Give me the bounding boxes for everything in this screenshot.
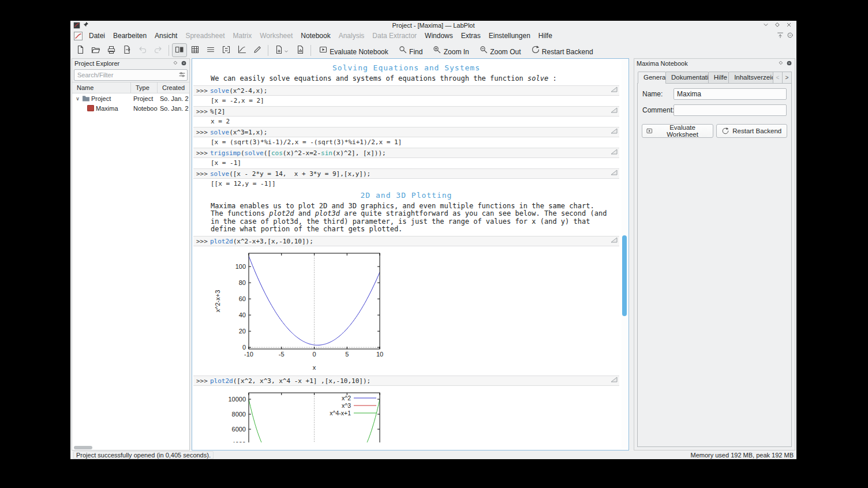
tree-row-maxima[interactable]: MaximaNotebookSo. Jan. 2 18: (72, 103, 189, 113)
new-worksheet-button[interactable] (293, 43, 308, 57)
evaluate-notebook-label: Evaluate Notebook (330, 48, 388, 56)
command-code[interactable]: solve([x - 2*y = 14, x + 3*y = 9],[x,y])… (210, 170, 619, 178)
tab-scroll-right-button[interactable]: > (782, 72, 792, 84)
print-button[interactable] (104, 43, 119, 57)
command-entry[interactable]: >>>solve([x - 2*y = 14, x + 3*y = 9],[x,… (193, 168, 619, 179)
find-button[interactable]: Find (394, 43, 428, 57)
entry-collapse-icon[interactable] (611, 87, 618, 92)
command-code[interactable]: solve(x^2-4,x); (210, 87, 619, 95)
column-created[interactable]: Created (158, 82, 189, 93)
project-explorer-title: Project Explorer (74, 60, 170, 67)
menu-hilfe[interactable]: Hilfe (534, 30, 556, 42)
svg-text:10: 10 (376, 351, 383, 358)
menu-windows[interactable]: Windows (421, 30, 457, 42)
maximize-button[interactable] (774, 21, 782, 29)
zoom-out-label: Zoom Out (490, 48, 521, 56)
entry-collapse-icon[interactable] (611, 107, 618, 113)
command-entry[interactable]: >>>solve(x^2-4,x); (193, 85, 619, 96)
svg-text:4000: 4000 (232, 440, 246, 442)
minimize-button[interactable] (762, 21, 770, 29)
matrix-view-button[interactable] (219, 43, 234, 57)
entry-collapse-icon[interactable] (611, 128, 618, 134)
pin-icon[interactable] (83, 21, 89, 29)
prompt-label: >>> (193, 170, 210, 178)
column-name[interactable]: Name (72, 82, 131, 93)
command-entry[interactable]: >>>%[2] (193, 106, 619, 117)
filter-options-icon[interactable] (178, 71, 186, 80)
tree-row-project[interactable]: ∨ProjectProjectSo. Jan. 2 18: (72, 93, 189, 103)
entry-collapse-icon[interactable] (611, 170, 618, 175)
float-dock-icon[interactable] (173, 60, 178, 67)
tab-hilfe[interactable]: Hilfe (708, 72, 729, 84)
tab-general[interactable]: General (638, 72, 666, 84)
entry-collapse-icon[interactable] (611, 377, 618, 382)
notebook-paragraph[interactable]: We can easily solve equations and system… (211, 75, 608, 83)
search-row (72, 68, 189, 82)
menu-worksheet: Worksheet (256, 30, 297, 42)
titlebar[interactable]: Project - [Maxima] — LabPlot (70, 21, 796, 30)
draw-button[interactable] (250, 43, 265, 57)
svg-text:40: 40 (239, 311, 246, 318)
vscrollbar-thumb[interactable] (622, 235, 627, 316)
field-input-name[interactable] (674, 88, 787, 100)
entry-collapse-icon[interactable] (611, 149, 618, 155)
tab-dokumentation[interactable]: Dokumentation (665, 72, 709, 84)
export-button[interactable] (119, 43, 134, 57)
session-indicator-icon[interactable] (786, 31, 794, 41)
tree-header[interactable]: Name Type Created (72, 82, 189, 93)
zoom-out-button[interactable]: Zoom Out (474, 43, 526, 57)
close-dock-icon[interactable] (181, 60, 187, 67)
tree-caret-icon[interactable]: ∨ (74, 96, 81, 102)
menu-datei[interactable]: Datei (85, 30, 109, 42)
new-notebook-button[interactable] (271, 43, 292, 57)
command-code[interactable]: plot2d([x^2, x^3, x^4 -x +1] ,[x,-10,10]… (210, 377, 619, 385)
command-code[interactable]: solve(x^3=1,x); (210, 129, 619, 136)
evaluate-worksheet-button[interactable]: Evaluate Worksheet (642, 124, 713, 138)
tab-scroll-left-button[interactable]: < (773, 72, 783, 84)
evaluate-notebook-button[interactable]: Evaluate Notebook (314, 43, 393, 57)
notebook-view[interactable]: Solving Equations and SystemsWe can easi… (192, 58, 629, 451)
notebook-paragraph[interactable]: Maxima enables us to plot 2D and 3D grap… (211, 202, 608, 234)
command-entry[interactable]: >>>plot2d(x^2-x+3,[x,-10,10]); (193, 236, 619, 246)
command-entry[interactable]: >>>trigsimp(solve([cos(x)^2-x=2-sin(x)^2… (193, 148, 619, 158)
command-code[interactable]: %[2] (210, 108, 619, 115)
properties-header[interactable]: Maxima Notebook (634, 59, 795, 68)
close-dock-icon[interactable] (786, 60, 792, 67)
float-dock-icon[interactable] (778, 60, 784, 67)
column-type[interactable]: Type (131, 82, 158, 93)
new-project-button[interactable] (73, 43, 88, 57)
search-input[interactable] (74, 69, 188, 81)
list-view-button[interactable] (203, 43, 218, 57)
command-entry[interactable]: >>>solve(x^3=1,x); (193, 127, 619, 137)
zoom-in-button[interactable]: Zoom In (428, 43, 473, 57)
menu-bearbeiten[interactable]: Bearbeiten (109, 30, 151, 42)
command-code[interactable]: plot2d(x^2-x+3,[x,-10,10]); (210, 238, 619, 245)
project-explorer-header[interactable]: Project Explorer (72, 59, 189, 68)
open-project-button[interactable] (88, 43, 103, 57)
worksheet-view-button[interactable] (234, 43, 249, 57)
split-view-button[interactable] (172, 43, 187, 57)
command-code[interactable]: trigsimp(solve([cos(x)^2-x=2-sin(x)^2], … (210, 149, 619, 157)
explorer-rows: ∨ProjectProjectSo. Jan. 2 18:MaximaNoteb… (72, 93, 189, 113)
restart-backend-button[interactable]: Restart Backend (526, 43, 598, 57)
restart-backend-panel-button[interactable]: Restart Backend (716, 124, 788, 138)
menu-extras[interactable]: Extras (457, 30, 485, 42)
app-icon (73, 22, 80, 29)
entry-collapse-icon[interactable] (611, 237, 618, 243)
close-button[interactable] (785, 21, 794, 29)
hscrollbar-thumb[interactable] (74, 446, 92, 449)
menu-notebook[interactable]: Notebook (297, 30, 334, 42)
command-entry[interactable]: >>>plot2d([x^2, x^3, x^4 -x +1] ,[x,-10,… (193, 376, 619, 386)
collapse-toolbar-icon[interactable] (776, 31, 784, 41)
tree-item-type: Project (131, 95, 158, 102)
menu-einstellungen[interactable]: Einstellungen (485, 30, 534, 42)
tab-inhaltsverzeichn[interactable]: Inhaltsverzeichn (728, 72, 774, 84)
spreadsheet-view-button[interactable] (188, 43, 203, 57)
vertical-scrollbar[interactable] (622, 60, 627, 449)
window-title: Project - [Maxima] — LabPlot (70, 22, 796, 29)
field-input-comment[interactable] (674, 104, 787, 116)
svg-text:10000: 10000 (228, 395, 246, 402)
menu-ansicht[interactable]: Ansicht (151, 30, 181, 42)
horizontal-scrollbar[interactable] (72, 445, 189, 450)
prompt-label: >>> (193, 238, 210, 245)
